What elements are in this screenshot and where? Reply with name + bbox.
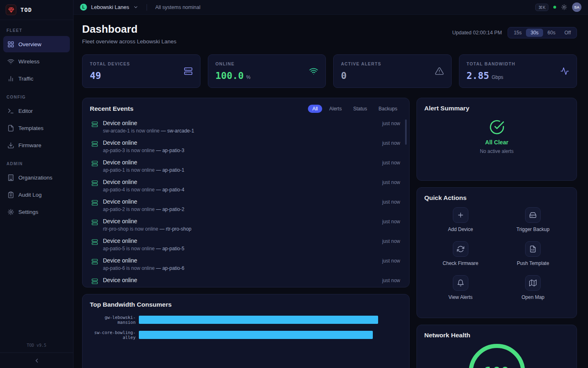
sidebar-item-settings[interactable]: Settings [3, 204, 70, 220]
clipboard-icon [7, 191, 14, 198]
app-name: TOD [20, 7, 32, 13]
gear-icon [7, 209, 14, 215]
event-row[interactable]: Device online ap-patio-2 is now online —… [90, 195, 402, 215]
server-icon [91, 180, 98, 186]
event-time: just now [382, 121, 400, 126]
event-title: Device online [103, 159, 184, 166]
event-time: just now [382, 140, 400, 146]
event-filter-pill[interactable]: Backups [374, 105, 402, 113]
stat-value: 100.0 [216, 70, 244, 81]
bandwidth-device-label: gw-lebowski-mansion [90, 315, 136, 325]
page-header: Dashboard Fleet overview across Lebowski… [82, 23, 577, 45]
org-avatar: L [80, 4, 87, 11]
wifi-icon [7, 58, 14, 65]
bar-chart-icon [7, 75, 14, 82]
network-health-title: Network Health [424, 332, 569, 339]
event-title: Device online [103, 257, 184, 264]
event-row[interactable]: Device online ap-patio-5 is now online —… [90, 235, 402, 254]
sidebar-item-wireless[interactable]: Wireless [3, 53, 70, 70]
stat-value: 49 [90, 70, 101, 81]
sidebar-item-label: Organizations [18, 175, 52, 181]
event-title: Device online [103, 120, 194, 126]
nav-section-admin: ADMIN [7, 162, 67, 166]
event-time: just now [382, 199, 400, 205]
stat-label: TOTAL BANDWIDTH [467, 61, 516, 66]
server-icon [91, 239, 98, 245]
refresh-segment[interactable]: Off [560, 29, 575, 37]
event-device: — ap-patio-3 [156, 148, 184, 153]
command-palette-shortcut[interactable]: ⌘K [535, 4, 548, 11]
server-icon [91, 141, 98, 147]
grid-icon [7, 41, 14, 48]
download-icon [7, 142, 14, 149]
event-device: — ap-patio-4 [156, 187, 184, 193]
event-row[interactable]: Device online sw-arcade-1 is now online … [90, 117, 402, 137]
event-filters: All Alerts Status Backups [308, 105, 402, 113]
sidebar-collapse-button[interactable] [0, 352, 73, 368]
sidebar-item-editor[interactable]: Editor [3, 103, 70, 119]
recent-events-panel: Recent Events All Alerts Status Backups [82, 98, 410, 287]
refresh-segment[interactable]: 60s [543, 29, 560, 37]
sidebar-item-label: Overview [18, 41, 41, 47]
wifi-icon [309, 67, 318, 76]
alert-summary-panel: Alert Summary All Clear No active alerts [416, 98, 577, 181]
refresh-segment[interactable]: 15s [509, 29, 526, 37]
event-row[interactable]: Device online just now [90, 274, 402, 287]
nav-section-config: CONFIG [7, 95, 67, 99]
event-filter-pill[interactable]: Status [349, 105, 372, 113]
event-title: Device online [103, 198, 184, 205]
terminal-icon [7, 108, 14, 114]
sidebar-item-label: Firmware [18, 142, 41, 148]
topbar: L Lebowski Lanes All systems nominal ⌘K … [74, 0, 588, 15]
chevron-left-icon [33, 357, 40, 364]
event-device: — ap-patio-6 [156, 265, 184, 271]
bandwidth-bar [139, 316, 378, 324]
sun-icon[interactable] [561, 4, 567, 10]
quick-action-open-map[interactable]: Open Map [497, 275, 570, 300]
refresh-segment[interactable]: 30s [526, 29, 543, 37]
event-row[interactable]: Device online ap-patio-6 is now online —… [90, 254, 402, 274]
event-time: just now [382, 219, 400, 224]
event-row[interactable]: Device online ap-patio-1 is now online —… [90, 156, 402, 176]
event-time: just now [382, 160, 400, 166]
activity-icon [560, 67, 569, 76]
quick-actions-panel: Quick Actions Add Device Trigger Backup [416, 187, 577, 318]
alert-status-text: All Clear [485, 139, 508, 146]
quick-actions-title: Quick Actions [424, 194, 569, 202]
page-subtitle: Fleet overview across Lebowski Lanes [82, 38, 176, 45]
quick-action-trigger-backup[interactable]: Trigger Backup [497, 207, 570, 232]
sidebar-item-organizations[interactable]: Organizations [3, 169, 70, 186]
event-row[interactable]: Device online rtr-pro-shop is now online… [90, 215, 402, 235]
event-time: just now [382, 278, 400, 283]
file-code-icon [525, 241, 541, 257]
sidebar-item-firmware[interactable]: Firmware [3, 137, 70, 153]
org-switcher[interactable]: L Lebowski Lanes [80, 4, 138, 11]
alert-summary-title: Alert Summary [424, 105, 569, 112]
refresh-interval-control: 15s 30s 60s Off [508, 27, 577, 38]
sidebar-item-overview[interactable]: Overview [3, 36, 70, 52]
server-icon [184, 67, 193, 76]
quick-action-view-alerts[interactable]: View Alerts [424, 275, 497, 300]
sidebar-item-traffic[interactable]: Traffic [3, 70, 70, 87]
stat-cards: TOTAL DEVICES 49 ONLINE 100.0 % [82, 54, 577, 88]
quick-action-check-firmware[interactable]: Check Firmware [424, 241, 497, 266]
quick-action-add-device[interactable]: Add Device [424, 207, 497, 232]
event-detail: ap-patio-2 is now online [103, 206, 155, 212]
event-time: just now [382, 258, 400, 264]
events-scrollbar[interactable] [405, 119, 407, 145]
user-avatar[interactable]: SA [572, 2, 581, 12]
event-filter-pill[interactable]: All [308, 105, 322, 113]
bandwidth-row: gw-lebowski-mansion [90, 315, 402, 325]
sidebar-item-audit-log[interactable]: Audit Log [3, 186, 70, 203]
event-row[interactable]: Device online ap-patio-3 is now online —… [90, 137, 402, 156]
event-row[interactable]: Device online ap-patio-4 is now online —… [90, 176, 402, 195]
event-filter-pill[interactable]: Alerts [325, 105, 346, 113]
alert-detail-text: No active alerts [480, 148, 514, 154]
sidebar-item-templates[interactable]: Templates [3, 120, 70, 136]
app-logo: TOD [0, 0, 73, 20]
event-list: Device online sw-arcade-1 is now online … [90, 117, 402, 287]
server-icon [91, 219, 98, 226]
main-content: Dashboard Fleet overview across Lebowski… [74, 15, 588, 368]
event-time: just now [382, 180, 400, 185]
quick-action-push-template[interactable]: Push Template [497, 241, 570, 266]
